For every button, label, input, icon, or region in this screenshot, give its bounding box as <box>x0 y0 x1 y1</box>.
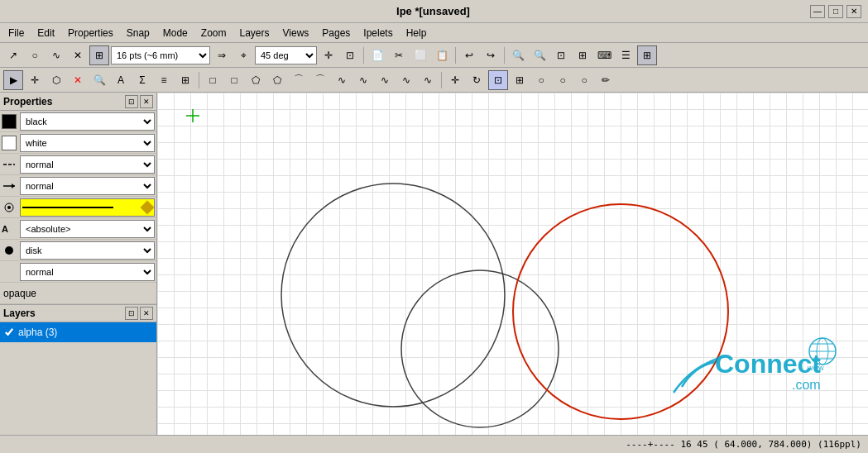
math-tool[interactable]: Σ <box>132 70 152 90</box>
select-tool[interactable]: ▶ <box>3 70 23 90</box>
arc-tool[interactable]: ⌒ <box>289 70 309 90</box>
status-bar: ----+---- 16 45 ( 64.000, 784.000) (116p… <box>0 435 868 453</box>
menu-zoom[interactable]: Zoom <box>196 26 232 41</box>
maximize-button[interactable]: □ <box>828 5 843 18</box>
undo-btn[interactable]: ↩ <box>459 45 479 65</box>
zoom-out-btn[interactable]: 🔍 <box>530 45 549 65</box>
bezier-tool[interactable]: ∿ <box>375 70 395 90</box>
kbd-btn[interactable]: ⌨ <box>594 45 614 65</box>
opacity-row: normal <box>0 261 156 283</box>
layer-alpha[interactable]: alpha (3) <box>0 322 156 342</box>
ellipse-tool[interactable]: ○ <box>574 70 594 90</box>
cut-btn[interactable]: ✂ <box>389 45 409 65</box>
circle-draw-tool[interactable]: ○ <box>531 70 551 90</box>
layer-alpha-label: alpha (3) <box>18 327 57 338</box>
bezier2-tool[interactable]: ∿ <box>396 70 416 90</box>
label-tool[interactable]: ⊞ <box>175 70 195 90</box>
fill-color-select[interactable]: white <box>20 134 155 152</box>
snap-bg-tool[interactable]: ⊞ <box>510 70 530 90</box>
menu-help[interactable]: Help <box>401 26 432 41</box>
svg-point-6 <box>7 206 11 209</box>
rotate-tool[interactable]: ↻ <box>467 70 487 90</box>
copy-btn[interactable]: ⬜ <box>410 45 430 65</box>
pencil-tool[interactable]: ✏ <box>596 70 616 90</box>
cursor-tool-btn[interactable]: ↗ <box>3 45 23 65</box>
spline-tool[interactable]: ∿ <box>332 70 352 90</box>
select-in-tool[interactable]: ⬡ <box>46 70 66 90</box>
pen-icon[interactable] <box>2 202 17 213</box>
move-tool[interactable]: ✛ <box>445 70 465 90</box>
stroke-preview[interactable] <box>20 198 155 217</box>
poly2-tool[interactable]: ⬠ <box>267 70 287 90</box>
para-tool[interactable]: ≡ <box>154 70 174 90</box>
circle2-draw-tool[interactable]: ○ <box>553 70 573 90</box>
properties-panel-icons: ⊡ ✕ <box>125 95 153 108</box>
sep2 <box>455 47 456 64</box>
arc2-tool[interactable]: ⌒ <box>310 70 330 90</box>
dash-select[interactable]: normal <box>20 155 155 174</box>
sep3 <box>504 47 505 64</box>
layer-alpha-checkbox[interactable] <box>3 327 15 338</box>
angle-select[interactable]: 45 deg <box>255 46 317 64</box>
minimize-button[interactable]: — <box>810 5 825 18</box>
arrow-select[interactable]: normal <box>20 177 155 195</box>
note-btn[interactable]: ☰ <box>616 45 635 65</box>
menu-edit[interactable]: Edit <box>32 26 60 41</box>
snap2-btn[interactable]: ⊡ <box>340 45 360 65</box>
properties-close-btn[interactable]: ✕ <box>140 95 153 108</box>
rect2-tool[interactable]: □ <box>224 70 244 90</box>
grid-view-btn[interactable]: ⊞ <box>637 45 657 65</box>
new-btn[interactable]: 📄 <box>367 45 387 65</box>
menu-ipelets[interactable]: Ipelets <box>358 26 397 41</box>
zoom-box-tool[interactable]: 🔍 <box>89 70 109 90</box>
zoom-in-btn[interactable]: 🔍 <box>508 45 528 65</box>
menu-file[interactable]: File <box>3 26 29 41</box>
size-select[interactable]: 16 pts (~6 mm) <box>111 46 210 64</box>
main-area: Properties ⊡ ✕ black white <box>0 93 868 435</box>
svg-text:.com: .com <box>792 378 821 392</box>
text-tool[interactable]: A <box>111 70 131 90</box>
circle-tool-btn[interactable]: ○ <box>25 45 45 65</box>
fit-btn[interactable]: ⊡ <box>551 45 571 65</box>
wave-tool-btn[interactable]: ∿ <box>46 45 66 65</box>
dash-style-row: normal <box>0 154 156 175</box>
snap1-btn[interactable]: ✛ <box>319 45 338 65</box>
properties-float-btn[interactable]: ⊡ <box>125 95 138 108</box>
snap-vertex-tool[interactable]: ⊡ <box>488 70 508 90</box>
redo-btn[interactable]: ↪ <box>481 45 501 65</box>
line-tool[interactable]: ∿ <box>418 70 438 90</box>
cross-tool-btn[interactable]: ✕ <box>68 45 88 65</box>
canvas-area[interactable]: Connect .com www <box>157 93 868 435</box>
layers-close-btn[interactable]: ✕ <box>140 307 153 320</box>
spline2-tool[interactable]: ∿ <box>353 70 373 90</box>
opaque-label: opaque <box>2 288 36 299</box>
menu-views[interactable]: Views <box>278 26 314 41</box>
paste-btn[interactable]: 📋 <box>432 45 452 65</box>
del-tool[interactable]: ✕ <box>68 70 88 90</box>
mark-shape-row: disk <box>0 240 156 261</box>
menu-mode[interactable]: Mode <box>158 26 193 41</box>
poly-tool[interactable]: ⬠ <box>246 70 266 90</box>
menu-properties[interactable]: Properties <box>63 26 118 41</box>
opacity-select[interactable]: normal <box>20 263 155 281</box>
menu-pages[interactable]: Pages <box>317 26 355 41</box>
stroke-color-swatch[interactable] <box>2 114 17 129</box>
menu-snap[interactable]: Snap <box>122 26 155 41</box>
layers-float-btn[interactable]: ⊡ <box>125 307 138 320</box>
absolute-select[interactable]: <absolute> <box>20 220 155 238</box>
arrow-tool-btn[interactable]: ⇒ <box>212 45 232 65</box>
grid-tool-btn[interactable]: ⊞ <box>89 45 109 65</box>
pan-btn[interactable]: ⊞ <box>573 45 592 65</box>
stroke-color-select[interactable]: black <box>20 112 155 131</box>
rect-tool[interactable]: □ <box>203 70 223 90</box>
window-controls[interactable]: — □ ✕ <box>810 5 861 18</box>
mark-icon <box>2 245 17 256</box>
mark-shape-select[interactable]: disk <box>20 241 155 260</box>
menu-layers[interactable]: Layers <box>234 26 274 41</box>
svg-text:www: www <box>807 364 824 372</box>
fill-color-swatch[interactable] <box>2 136 17 150</box>
close-button[interactable]: ✕ <box>846 5 861 18</box>
pan-tool[interactable]: ✛ <box>25 70 45 90</box>
snap-angle-btn[interactable]: ⌖ <box>233 45 253 65</box>
dash-icon <box>2 160 17 169</box>
